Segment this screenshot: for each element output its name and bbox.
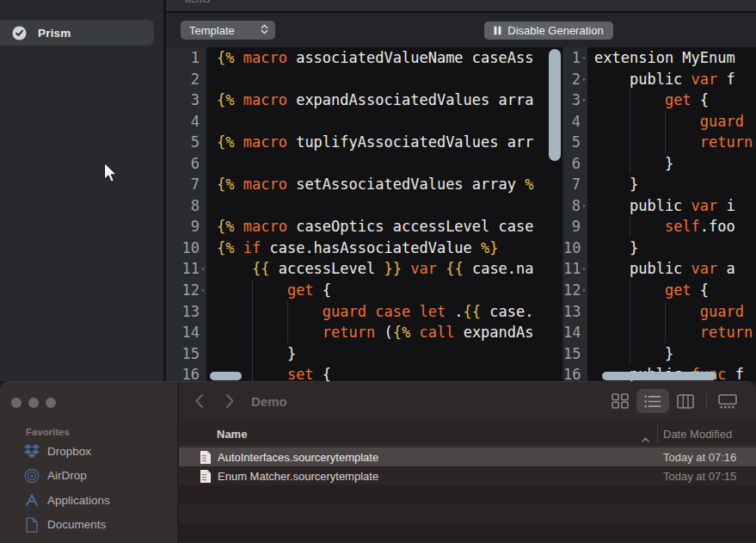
token: {% [217,239,234,256]
code-text: extension MyEnum [587,47,735,69]
indent-guide [630,89,630,111]
fold-arrow-icon[interactable]: ▾ [581,280,587,301]
line-number: 10 [563,238,581,259]
horizontal-scrollbar-thumb-right[interactable] [602,372,716,380]
file-row[interactable]: Enum Matcher.sourcerytemplateToday at 07… [179,466,756,485]
zoom-window-button[interactable] [46,398,56,408]
forward-button[interactable] [224,393,239,409]
indent-guide [665,111,666,133]
code-text: return [587,322,753,343]
token: f [717,71,734,88]
line-number: 15 [563,343,581,365]
code-text: {% if case.hasAssociatedValue %} [206,238,499,259]
token [217,303,323,320]
token [594,113,700,130]
token: macro [234,218,286,235]
line-number: 6 [166,153,200,175]
column-header-name[interactable]: Name [217,428,247,441]
fold-arrow-icon[interactable]: ▾ [200,258,206,280]
file-row[interactable]: AutoInterfaces.sourcerytemplateToday at … [179,447,756,466]
column-divider[interactable] [657,424,658,442]
column-view-button[interactable] [669,389,702,413]
code-line: 12▾ get { [563,280,756,301]
fold-arrow-icon[interactable]: ▾ [581,89,587,111]
token [594,324,700,341]
vertical-scrollbar-thumb[interactable] [549,49,561,161]
line-number: 1 [563,47,581,69]
fold-arrow-icon[interactable]: ▾ [581,47,587,69]
sidebar-item-prism[interactable]: Prism [0,20,154,46]
token: }} [384,260,402,277]
file-list[interactable]: AutoInterfaces.sourcerytemplateToday at … [179,447,756,543]
code-editors: 1{% macro associatedValueName caseAss23{… [166,47,756,381]
token: guard case let [323,303,446,320]
line-number: 7 [166,174,200,195]
token: macro [234,91,286,108]
gallery-view-button[interactable] [711,389,744,413]
fold-arrow-icon[interactable]: ▾ [581,69,587,90]
token: case.hasAssociatedValue [261,239,481,256]
code-line: 8 [166,195,562,217]
fold-gutter [200,216,206,238]
token: public [594,71,691,88]
fold-gutter [200,301,206,323]
fold-arrow-icon[interactable]: ▾ [581,195,587,217]
horizontal-scrollbar-thumb-left[interactable] [210,372,242,380]
minimize-window-button[interactable] [28,398,39,408]
fold-gutter [581,111,587,133]
sidebar-item-documents[interactable]: Documents [17,514,172,535]
fold-arrow-icon[interactable]: ▾ [200,280,206,301]
sidebar-item-airdrop[interactable]: AirDrop [17,465,172,486]
token: . [446,303,463,320]
fold-arrow-icon[interactable]: ▾ [581,258,587,280]
fold-gutter [581,174,587,195]
token: return [700,133,753,151]
sidebar-item-label: Prism [38,27,71,40]
line-number: 6 [563,153,581,175]
indent-guide [630,280,630,301]
sidebar-item-dropbox[interactable]: Dropbox [17,441,172,462]
back-button[interactable] [194,393,209,409]
sidebar-item-applications[interactable]: Applications [17,490,172,511]
disable-generation-button[interactable]: Disable Generation [484,22,613,40]
fold-gutter [200,132,206,153]
fold-gutter [581,364,587,381]
code-line: 6 [166,153,562,175]
document-file-icon [200,450,212,465]
column-header-date-modified[interactable]: Date Modified [663,428,732,441]
indent-guide [630,322,630,343]
token: {% [393,324,410,341]
template-code-pane[interactable]: 1{% macro associatedValueName caseAss23{… [166,47,562,381]
line-number: 16 [563,364,581,381]
token: return [700,324,753,341]
token: {% [217,218,234,235]
token: i [717,197,734,214]
indent-guide [287,301,288,323]
finder-main: Demo Name Date Modified AutoInterfaces.s… [179,382,756,543]
code-text: } [587,343,673,365]
token: { [691,91,709,108]
indent-guide [665,301,666,323]
fold-gutter [581,301,587,323]
indent-guide [252,301,253,323]
empty-list-row [179,485,756,504]
list-view-button[interactable] [636,389,669,413]
code-line: 12▾ get { [166,280,562,301]
empty-list-row [179,504,756,523]
code-text [206,111,217,133]
items-count-partial: Items [185,0,210,5]
icon-view-button[interactable] [604,389,636,413]
generated-code-pane[interactable]: 1▾extension MyEnum2▾ public var f3▾ get … [563,47,756,381]
indent-guide [665,132,666,153]
code-line: 6 } [563,153,756,175]
template-kind-dropdown[interactable]: Template [181,21,275,40]
code-text: {% macro expandAssociatedValues arra [206,89,533,111]
token: {% [217,133,234,151]
fold-gutter [200,343,206,365]
token: setAssociatedValues array [287,176,525,193]
sidebar-item-label: Dropbox [47,445,91,458]
line-number: 16 [166,364,200,381]
close-window-button[interactable] [11,398,22,408]
fold-gutter [200,69,206,90]
token: self [665,218,700,235]
